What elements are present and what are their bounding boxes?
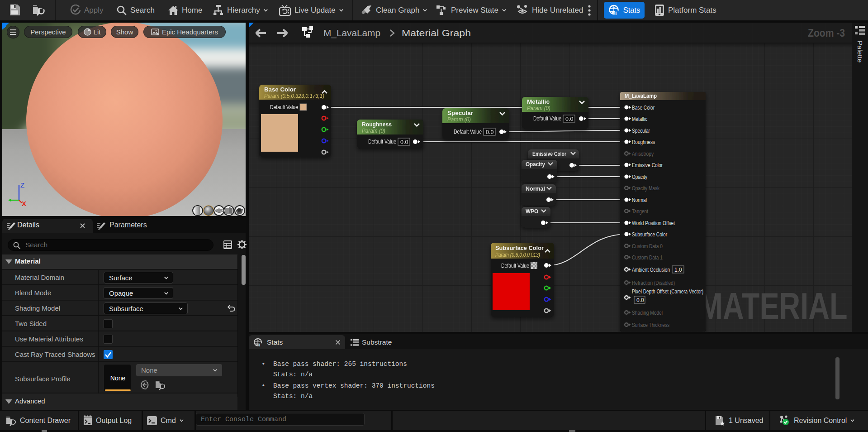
svg-text:Opacity Mask: Opacity Mask — [632, 185, 659, 192]
svg-text:Custom Data 0: Custom Data 0 — [632, 243, 663, 250]
svg-text:Base Color: Base Color — [632, 104, 655, 111]
svg-text:Emissive Color: Emissive Color — [632, 162, 663, 168]
svg-text:Surface Thickness: Surface Thickness — [632, 322, 669, 328]
svg-text:Specular: Specular — [447, 110, 474, 116]
svg-text:WPO: WPO — [526, 208, 538, 215]
svg-text:Opacity: Opacity — [632, 173, 647, 180]
svg-text:Roughness: Roughness — [632, 139, 655, 145]
svg-text:Param (0): Param (0) — [447, 116, 471, 123]
svg-text:Z: Z — [20, 181, 24, 189]
svg-text:i: i — [615, 10, 617, 16]
svg-text:Normal: Normal — [526, 186, 545, 192]
svg-text:Metallic: Metallic — [527, 98, 550, 105]
svg-text:Param (0): Param (0) — [527, 105, 550, 111]
svg-text:0.0: 0.0 — [486, 129, 493, 135]
svg-text:Param (0): Param (0) — [362, 128, 385, 134]
svg-text:Refraction (Disabled): Refraction (Disabled) — [632, 279, 675, 286]
svg-text:Anisotropy: Anisotropy — [632, 150, 654, 157]
svg-text:i: i — [259, 342, 261, 347]
svg-text:Param (0.6,0,0,0.013): Param (0.6,0,0,0.013) — [495, 252, 540, 258]
svg-text:Pixel Depth Offset (Camera Vec: Pixel Depth Offset (Camera Vector) — [632, 288, 703, 295]
svg-text:Shading Model: Shading Model — [632, 309, 663, 316]
svg-text:Default Value: Default Value — [501, 263, 529, 269]
svg-text:0.0: 0.0 — [400, 139, 408, 145]
svg-text:MATERIAL: MATERIAL — [698, 285, 848, 327]
svg-text:Metallic: Metallic — [632, 115, 647, 122]
svg-text:Opacity: Opacity — [526, 161, 545, 168]
svg-text:Specular: Specular — [632, 127, 650, 134]
svg-text:Default Value: Default Value — [270, 104, 298, 110]
svg-text:Zoom -3: Zoom -3 — [808, 27, 845, 39]
svg-text:0.0: 0.0 — [565, 116, 573, 122]
svg-text:Subsurface Color: Subsurface Color — [632, 231, 668, 238]
svg-text:M_LavaLamp: M_LavaLamp — [323, 28, 380, 38]
svg-text:Base Color: Base Color — [264, 86, 296, 93]
svg-text:Emissive Color: Emissive Color — [532, 151, 566, 157]
svg-text:1.0: 1.0 — [674, 267, 682, 273]
svg-text:0.0: 0.0 — [636, 297, 644, 303]
svg-text:Param (0.5,0.323,0.173,1): Param (0.5,0.323,0.173,1) — [264, 93, 324, 99]
svg-text:Normal: Normal — [632, 197, 647, 203]
svg-text:Roughness: Roughness — [362, 121, 392, 128]
svg-text:Subsurface Color: Subsurface Color — [495, 245, 544, 251]
svg-text:X: X — [22, 200, 26, 207]
svg-text:Material Graph: Material Graph — [402, 28, 471, 38]
svg-text:Default Value: Default Value — [454, 129, 482, 135]
svg-text:Default Value: Default Value — [368, 139, 396, 145]
svg-text:Ambient Occlusion: Ambient Occlusion — [632, 266, 670, 273]
svg-text:Default Value: Default Value — [533, 115, 561, 122]
svg-text:Custom Data 1: Custom Data 1 — [632, 254, 663, 261]
svg-text:World Position Offset: World Position Offset — [632, 220, 675, 226]
svg-text:Tangent: Tangent — [632, 208, 648, 215]
svg-text:M_LavaLamp: M_LavaLamp — [625, 93, 657, 99]
